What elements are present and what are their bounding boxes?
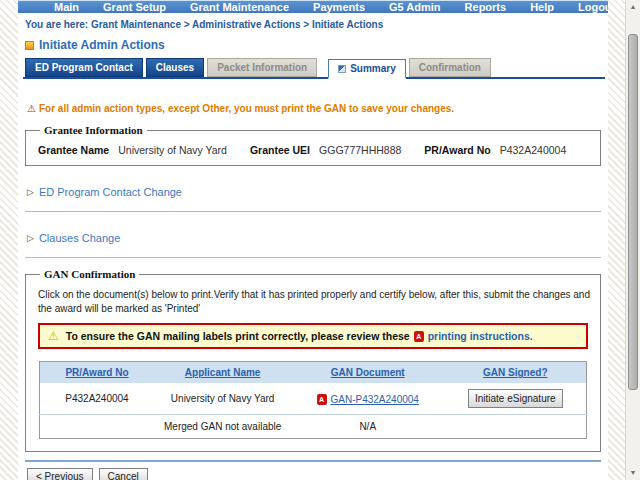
caution-icon: ⚠ <box>48 330 59 342</box>
printing-notice-text: To ensure the GAN mailing labels print c… <box>66 330 533 342</box>
cell-gan-signed <box>444 415 586 439</box>
gan-confirmation-fieldset: GAN Confirmation Click on the document(s… <box>25 268 601 452</box>
tab-bar: ED Program Contact Clauses Packet Inform… <box>23 58 605 79</box>
gan-instructions: Click on the document(s) below to print.… <box>38 288 590 315</box>
cell-gan-signed: Initiate eSignature <box>444 383 586 415</box>
nav-item-main[interactable]: Main <box>42 1 91 13</box>
main-column: G5 - Empowering the Grant Community Unit… <box>18 0 608 480</box>
tab-summary-label: Summary <box>350 63 396 74</box>
ed-program-contact-change-label: ED Program Contact Change <box>39 186 182 198</box>
nav-item-payments[interactable]: Payments <box>301 1 377 13</box>
section-divider <box>25 211 601 212</box>
tab-confirmation: Confirmation <box>409 58 491 77</box>
warning-text: For all admin action types, except Other… <box>39 103 454 114</box>
ed-program-contact-change-toggle[interactable]: ▷ ED Program Contact Change <box>27 186 605 198</box>
printing-instructions-link[interactable]: printing instructions. <box>428 330 533 342</box>
cell-gan-document: N/A <box>291 415 444 439</box>
screen: G5 - Empowering the Grant Community Unit… <box>0 0 640 480</box>
tab-summary[interactable]: Summary <box>328 59 406 79</box>
scrollbar-thumb[interactable] <box>628 34 638 390</box>
grantee-name-label: Grantee Name <box>38 144 109 156</box>
grantee-uei-label: Grantee UEI <box>250 144 310 156</box>
section-divider <box>25 257 601 258</box>
gan-documents-table: PR/Award No Applicant Name GAN Document … <box>39 361 587 439</box>
breadcrumb-path[interactable]: Grant Maintenance > Administrative Actio… <box>91 19 383 30</box>
nav-item-reports[interactable]: Reports <box>453 1 519 13</box>
grantee-info-row: Grantee Name University of Navy Yard Gra… <box>36 142 590 157</box>
header-gan-signed[interactable]: GAN Signed? <box>444 362 586 384</box>
cell-applicant-name: University of Navy Yard <box>154 383 291 415</box>
page-title-icon <box>25 41 34 50</box>
printing-notice-pre: To ensure the GAN mailing labels print c… <box>66 330 410 342</box>
gan-confirmation-legend: GAN Confirmation <box>40 268 139 280</box>
gan-print-warning: ⚠ For all admin action types, except Oth… <box>27 103 605 114</box>
nav-item-grant-setup[interactable]: Grant Setup <box>91 1 178 13</box>
main-navigation: Main Grant Setup Grant Maintenance Payme… <box>18 0 608 13</box>
cell-pr-award-no: P432A240004 <box>39 383 154 415</box>
printing-notice-box: ⚠ To ensure the GAN mailing labels print… <box>38 323 588 349</box>
grantee-name-value: University of Navy Yard <box>118 144 227 156</box>
clauses-change-toggle[interactable]: ▷ Clauses Change <box>27 232 605 244</box>
pdf-icon: A <box>414 331 424 342</box>
gan-document-link[interactable]: GAN-P432A240004 <box>331 394 419 405</box>
cell-applicant-name: Merged GAN not available <box>154 415 291 439</box>
left-margin-pattern <box>0 0 18 480</box>
footer-divider <box>25 460 601 462</box>
breadcrumb-prefix: You are here: <box>25 19 91 30</box>
cell-pr-award-no <box>39 415 154 439</box>
expand-triangle-icon: ▷ <box>27 234 34 243</box>
warning-icon: ⚠ <box>27 104 36 114</box>
vertical-scrollbar[interactable]: ▲ ▼ <box>625 0 640 480</box>
right-margin-pattern <box>608 0 625 480</box>
nav-item-help[interactable]: Help <box>518 1 566 13</box>
table-header-row: PR/Award No Applicant Name GAN Document … <box>39 362 586 384</box>
previous-button[interactable]: < Previous <box>27 468 93 480</box>
pdf-icon: A <box>317 394 327 405</box>
cell-gan-document: A GAN-P432A240004 <box>291 383 444 415</box>
header-gan-document[interactable]: GAN Document <box>291 362 444 384</box>
header-pr-award-no[interactable]: PR/Award No <box>39 362 154 384</box>
cancel-button[interactable]: Cancel <box>99 468 148 480</box>
grantee-uei-value: GGG777HHH888 <box>319 144 401 156</box>
table-row: Merged GAN not available N/A <box>39 415 586 439</box>
scroll-up-arrow-icon[interactable]: ▲ <box>626 0 640 14</box>
nav-item-g5-admin[interactable]: G5 Admin <box>377 1 453 13</box>
page-title: Initiate Admin Actions <box>39 38 165 52</box>
scroll-down-arrow-icon[interactable]: ▼ <box>626 466 640 480</box>
grantee-information-fieldset: Grantee Information Grantee Name Univers… <box>25 124 601 166</box>
pr-award-no-label: PR/Award No <box>424 144 490 156</box>
page-title-row: Initiate Admin Actions <box>25 38 605 52</box>
page-content: You are here: Grant Maintenance > Admini… <box>18 13 608 480</box>
table-row: P432A240004 University of Navy Yard A GA… <box>39 383 586 415</box>
header-applicant-name[interactable]: Applicant Name <box>154 362 291 384</box>
pr-award-no-value: P432A240004 <box>500 144 567 156</box>
breadcrumb: You are here: Grant Maintenance > Admini… <box>25 19 605 30</box>
tab-packet-information: Packet Information <box>207 58 317 77</box>
tab-ed-program-contact[interactable]: ED Program Contact <box>25 58 143 77</box>
nav-item-grant-maintenance[interactable]: Grant Maintenance <box>178 1 301 13</box>
grantee-information-legend: Grantee Information <box>40 124 147 136</box>
expand-triangle-icon: ▷ <box>27 188 34 197</box>
initiate-esignature-button[interactable]: Initiate eSignature <box>468 389 563 408</box>
clauses-change-label: Clauses Change <box>39 232 120 244</box>
footer-buttons: < Previous Cancel <box>27 468 605 480</box>
current-tab-icon <box>338 65 346 73</box>
tab-clauses[interactable]: Clauses <box>146 58 204 77</box>
